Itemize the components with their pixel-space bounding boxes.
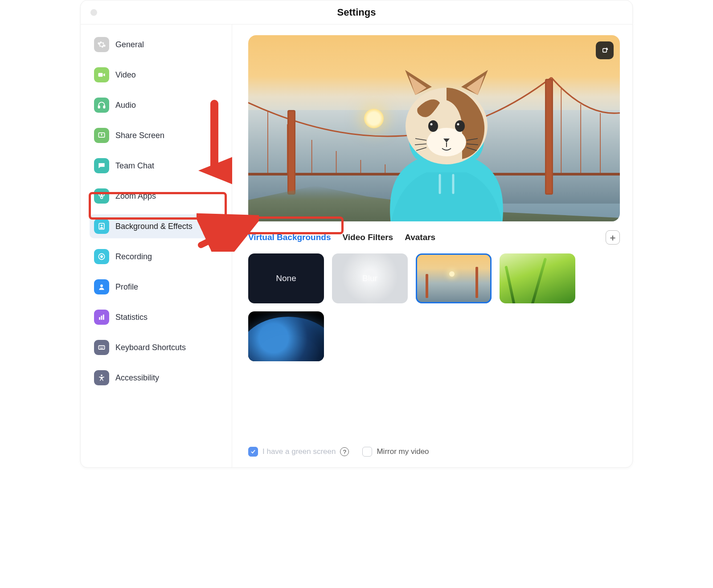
svg-point-16 bbox=[100, 347, 101, 347]
settings-sidebar: General Video Audio Share Screen bbox=[81, 24, 232, 467]
svg-point-4 bbox=[99, 194, 101, 196]
bg-thumb-none[interactable]: None bbox=[248, 253, 324, 303]
mirror-video-label: Mirror my video bbox=[377, 447, 429, 456]
sidebar-item-label: Video bbox=[115, 70, 136, 80]
apps-icon bbox=[94, 188, 109, 204]
window-title: Settings bbox=[337, 7, 376, 18]
svg-point-11 bbox=[100, 285, 103, 287]
sidebar-item-label: Team Chat bbox=[115, 161, 154, 171]
footer-options: I have a green screen ? Mirror my video bbox=[248, 441, 620, 458]
sidebar-item-general[interactable]: General bbox=[90, 33, 226, 57]
video-preview bbox=[248, 35, 620, 221]
svg-point-40 bbox=[455, 120, 465, 132]
svg-rect-1 bbox=[98, 106, 100, 108]
svg-rect-14 bbox=[103, 314, 104, 320]
record-icon bbox=[94, 249, 109, 264]
svg-rect-43 bbox=[603, 49, 606, 52]
green-screen-help-icon[interactable]: ? bbox=[340, 447, 349, 456]
close-window-dot[interactable] bbox=[90, 9, 97, 16]
sidebar-item-zoom-apps[interactable]: Zoom Apps bbox=[90, 184, 226, 208]
tab-avatars[interactable]: Avatars bbox=[405, 232, 435, 243]
plus-icon: ＋ bbox=[608, 232, 617, 244]
sidebar-item-label: Zoom Apps bbox=[115, 192, 156, 201]
bar-chart-icon bbox=[94, 310, 109, 325]
svg-point-39 bbox=[428, 120, 438, 132]
portrait-icon bbox=[94, 219, 109, 234]
sidebar-item-profile[interactable]: Profile bbox=[90, 275, 226, 299]
mirror-video-checkbox[interactable] bbox=[362, 447, 372, 457]
sidebar-item-background-effects[interactable]: Background & Effects bbox=[90, 214, 226, 238]
keyboard-icon bbox=[94, 340, 109, 355]
svg-rect-2 bbox=[103, 106, 105, 108]
svg-rect-0 bbox=[98, 73, 103, 77]
bg-thumb-blur[interactable]: Blur bbox=[332, 253, 408, 303]
effects-tabs: Virtual Backgrounds Video Filters Avatar… bbox=[248, 230, 620, 245]
sidebar-item-label: Accessibility bbox=[115, 373, 159, 383]
video-camera-icon bbox=[94, 67, 109, 82]
rotate-icon bbox=[600, 46, 609, 55]
avatar-cat bbox=[373, 64, 520, 221]
mirror-video-option: Mirror my video bbox=[362, 447, 429, 457]
check-icon bbox=[250, 449, 256, 455]
svg-point-20 bbox=[101, 375, 102, 376]
svg-point-8 bbox=[101, 225, 102, 226]
chat-bubble-icon bbox=[94, 158, 109, 173]
sidebar-item-label: Background & Effects bbox=[115, 222, 193, 231]
user-icon bbox=[94, 279, 109, 294]
bg-thumb-golden-gate[interactable] bbox=[416, 253, 492, 303]
green-screen-option: I have a green screen ? bbox=[248, 447, 349, 457]
svg-rect-12 bbox=[99, 317, 100, 320]
accessibility-icon bbox=[94, 370, 109, 385]
sidebar-item-share-screen[interactable]: Share Screen bbox=[90, 123, 226, 147]
background-thumbnails: None Blur bbox=[248, 253, 620, 361]
sidebar-item-label: General bbox=[115, 40, 144, 49]
tab-virtual-backgrounds[interactable]: Virtual Backgrounds bbox=[248, 232, 331, 243]
sidebar-item-team-chat[interactable]: Team Chat bbox=[90, 154, 226, 178]
svg-point-10 bbox=[100, 255, 103, 258]
green-screen-checkbox[interactable] bbox=[248, 447, 258, 457]
thumb-label: Blur bbox=[362, 274, 377, 283]
svg-rect-19 bbox=[100, 348, 103, 348]
titlebar: Settings bbox=[81, 0, 632, 24]
share-screen-icon bbox=[94, 128, 109, 143]
svg-point-6 bbox=[101, 196, 103, 199]
sidebar-item-recording[interactable]: Recording bbox=[90, 245, 226, 269]
add-background-button[interactable]: ＋ bbox=[606, 230, 620, 245]
headphones-icon bbox=[94, 98, 109, 113]
svg-point-17 bbox=[101, 347, 102, 347]
svg-point-5 bbox=[102, 194, 104, 196]
tab-video-filters[interactable]: Video Filters bbox=[342, 232, 393, 243]
sidebar-item-video[interactable]: Video bbox=[90, 63, 226, 87]
sidebar-item-label: Recording bbox=[115, 252, 152, 261]
sidebar-item-label: Share Screen bbox=[115, 131, 164, 140]
sidebar-item-accessibility[interactable]: Accessibility bbox=[90, 366, 226, 390]
svg-point-42 bbox=[457, 123, 459, 126]
gear-icon bbox=[94, 37, 109, 52]
sidebar-item-label: Profile bbox=[115, 282, 138, 292]
sidebar-item-label: Keyboard Shortcuts bbox=[115, 343, 186, 352]
sidebar-item-audio[interactable]: Audio bbox=[90, 93, 226, 117]
svg-rect-13 bbox=[101, 316, 102, 320]
sidebar-item-label: Audio bbox=[115, 101, 136, 110]
svg-point-41 bbox=[430, 123, 433, 126]
sidebar-item-keyboard-shortcuts[interactable]: Keyboard Shortcuts bbox=[90, 335, 226, 359]
sidebar-item-label: Statistics bbox=[115, 313, 148, 322]
bg-thumb-grass[interactable] bbox=[500, 253, 575, 303]
rotate-camera-button[interactable] bbox=[596, 41, 614, 59]
sidebar-item-statistics[interactable]: Statistics bbox=[90, 305, 226, 329]
thumb-label: None bbox=[276, 274, 296, 283]
settings-window: Settings General Video Audio bbox=[80, 0, 633, 468]
bg-thumb-earth[interactable] bbox=[248, 311, 324, 361]
green-screen-label: I have a green screen bbox=[262, 447, 336, 456]
svg-point-18 bbox=[103, 347, 104, 347]
main-panel: Virtual Backgrounds Video Filters Avatar… bbox=[232, 24, 632, 467]
